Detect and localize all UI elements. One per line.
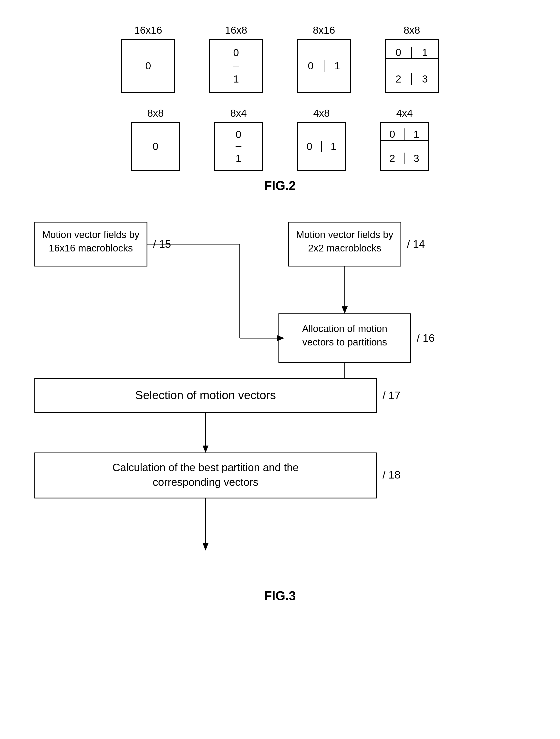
cell-4x8-0: 0 [298,141,322,152]
quad-cell-3: 3 [412,73,438,85]
box17-ref: / 17 [383,390,400,401]
box-4x8: 0 1 [297,122,346,171]
box15-text-line2: 16x16 macroblocks [49,243,133,254]
cell-8x16-1: 1 [324,60,350,72]
quad-cell-1: 1 [412,47,438,59]
label-8x4: 8x4 [230,108,247,119]
box-8x4: 0 1 [214,122,263,171]
box18-text-line2: corresponding vectors [153,476,259,488]
box-4x4-quad: 0 1 2 3 [380,122,429,171]
fig3-section: Motion vector fields by 16x16 macroblock… [19,212,541,603]
partition-4x8: 4x8 0 1 [297,108,346,171]
box-8x8-single: 0 [131,122,180,171]
partition-8x8-single: 8x8 0 [131,108,180,171]
box18-rect [35,453,377,498]
arrowhead18 [202,543,208,551]
label-8x8-s: 8x8 [147,108,164,119]
label-16x8: 16x8 [225,24,247,36]
cell-16x8-0: 0 [233,40,239,66]
label-8x16: 8x16 [313,24,335,36]
box-8x8-quad: 0 1 2 3 [385,39,439,93]
cell-8x16-0: 0 [298,60,324,72]
box16-ref: / 16 [417,332,434,344]
cell-16x8-1: 1 [233,66,239,92]
partition-16x16: 16x16 0 [121,24,175,93]
box14-text-line2: 2x2 macroblocks [308,243,381,254]
quad4-cell-1: 1 [405,128,428,141]
box16-text-line2: vectors to partitions [302,337,387,347]
box16-text-line1: Allocation of motion [302,323,387,334]
box-16x8: 0 1 [209,39,263,93]
cell-8x4-1: 1 [236,147,241,170]
box17-text: Selection of motion vectors [135,389,276,402]
box14-text-line1: Motion vector fields by [296,229,393,240]
fig2-grid: 16x16 0 16x8 0 1 8x16 0 [19,24,541,171]
label-4x8: 4x8 [313,108,330,119]
quad4-cell-3: 3 [405,153,428,164]
box18-ref: / 18 [383,469,400,481]
cell-0: 0 [145,60,151,72]
flowchart-svg: Motion vector fields by 16x16 macroblock… [20,212,540,627]
fig2-section: 16x16 0 16x8 0 1 8x16 0 [19,15,541,193]
quad-cell-2: 2 [386,73,412,85]
box15-text-line1: Motion vector fields by [42,229,139,240]
arrowhead17 [202,446,208,453]
fig2-caption: FIG.2 [19,178,541,193]
box18-text-line1: Calculation of the best partition and th… [112,461,299,473]
cell-4x8-1: 1 [322,141,345,152]
quad4-cell-2: 2 [381,153,405,164]
label-16x16: 16x16 [134,24,162,36]
cell-8x4-0: 0 [236,123,241,147]
label-4x4: 4x4 [396,108,413,119]
partition-8x16: 8x16 0 1 [297,24,351,93]
arrowhead14 [342,306,347,314]
box-8x16: 0 1 [297,39,351,93]
box-16x16: 0 [121,39,175,93]
fig3-caption: FIG.3 [264,588,296,603]
fig2-row1: 16x16 0 16x8 0 1 8x16 0 [121,24,439,93]
page: 16x16 0 16x8 0 1 8x16 0 [0,0,560,739]
partition-8x4: 8x4 0 1 [214,108,263,171]
partition-4x4: 4x4 0 1 2 3 [380,108,429,171]
label-8x8: 8x8 [404,24,420,36]
quad-cell-0: 0 [386,47,412,59]
cell-8x8-s-0: 0 [153,141,158,152]
box14-ref: / 14 [407,238,425,250]
partition-16x8: 16x8 0 1 [209,24,263,93]
partition-8x8: 8x8 0 1 2 3 [385,24,439,93]
fig2-row2: 8x8 0 8x4 0 1 4x8 0 [131,108,429,171]
quad4-cell-0: 0 [381,128,405,141]
